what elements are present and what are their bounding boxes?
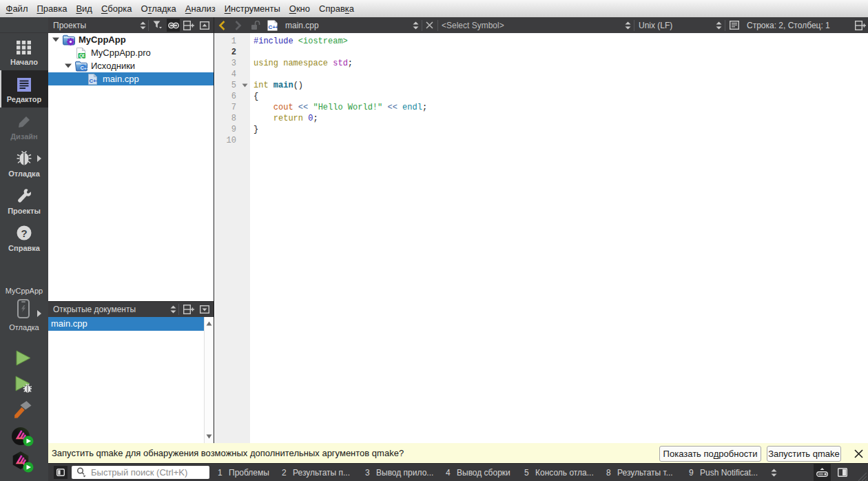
svg-text:?: ?	[21, 227, 27, 239]
svg-text:C++: C++	[81, 65, 87, 71]
svg-text:Qt: Qt	[79, 53, 85, 59]
svg-text:C++: C++	[90, 78, 98, 84]
svg-text:C++: C++	[269, 23, 278, 30]
